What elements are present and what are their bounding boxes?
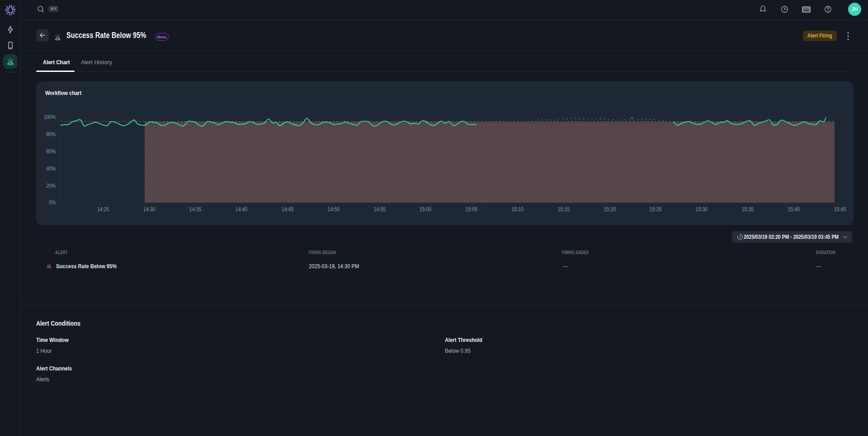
svg-text:15:35: 15:35 [742, 206, 754, 212]
svg-text:15:00: 15:00 [420, 206, 431, 212]
svg-text:14:45: 14:45 [282, 206, 293, 212]
svg-text:14:30: 14:30 [143, 206, 155, 212]
svg-text:80%: 80% [47, 132, 56, 137]
svg-text:14:35: 14:35 [189, 206, 201, 212]
svg-text:40%: 40% [47, 166, 56, 171]
svg-text:15:45: 15:45 [834, 206, 846, 212]
svg-text:15:15: 15:15 [558, 206, 570, 212]
svg-text:60%: 60% [47, 148, 56, 154]
svg-text:15:30: 15:30 [696, 206, 708, 212]
svg-text:14:40: 14:40 [236, 206, 247, 212]
svg-text:15:10: 15:10 [512, 206, 524, 212]
svg-text:14:55: 14:55 [374, 206, 386, 212]
svg-text:15:40: 15:40 [788, 206, 800, 212]
svg-text:100%: 100% [44, 114, 56, 120]
svg-text:14:25: 14:25 [97, 206, 109, 212]
svg-text:15:05: 15:05 [466, 206, 477, 212]
svg-text:15:25: 15:25 [650, 206, 661, 212]
svg-text:15:20: 15:20 [604, 206, 616, 212]
svg-text:0%: 0% [49, 200, 56, 206]
svg-text:14:50: 14:50 [328, 206, 340, 212]
svg-text:20%: 20% [47, 183, 56, 189]
